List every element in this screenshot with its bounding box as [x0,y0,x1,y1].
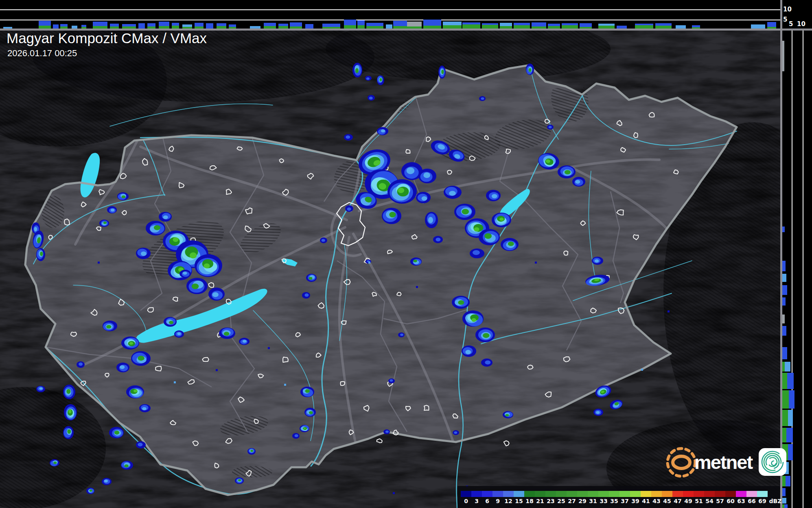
spiral-app-icon [759,448,786,476]
right-profile-bar-green [782,428,786,442]
colorbar-cell [630,491,641,497]
colorbar-cell [746,491,757,497]
top-profile-bar [751,24,765,29]
top-profile-bar [93,22,107,29]
colorbar-cell [725,491,736,497]
top-profile-bar [366,23,383,29]
top-profile-bar-green [598,26,615,29]
right-profile-bar [782,488,786,496]
right-profile-bar [782,41,784,71]
top-profile-bar [39,21,51,29]
right-profile-bar [782,326,786,336]
top-profile-bar [580,23,592,29]
top-profile-bar [206,23,213,29]
colorbar-cell [492,491,503,497]
top-profile-bar [514,23,530,29]
right-profile-bar [782,410,793,426]
right-profile-bar [782,261,786,271]
top-profile-bar [423,20,441,29]
top-profile-strip [0,0,780,29]
top-profile-bar [182,24,192,29]
right-profile-bar-green [782,390,789,409]
colorbar-tick-label: 27 [567,498,577,504]
colorbar-tick-label: 45 [662,498,672,504]
colorbar-cell [482,491,492,497]
top-profile-bar [53,24,59,29]
colorbar-tick-label: 69 [757,498,768,504]
colorbar-tick-label: 23 [545,498,556,504]
top-profile-bar [122,24,136,29]
colorbar-tick-label: 25 [556,498,567,504]
right-profile-bar [782,274,786,282]
top-profile-bar-green [357,25,365,29]
top-profile-bar-green [635,25,653,29]
right-profile-bar [782,373,794,389]
top-profile-bar [147,23,155,29]
right-profile-bar [782,390,794,409]
right-axis-label-10: 10 [797,20,805,28]
colorbar-tick-label: 63 [736,498,746,504]
timestamp: 2026.01.17 00:25 [7,48,77,59]
colorbar-cell [598,491,609,497]
top-profile-bar [110,24,119,29]
top-profile-bar [290,22,302,29]
top-profile-bar-green [39,26,51,29]
colorbar-tick-label: 33 [598,498,609,504]
colorbar-cell [524,491,535,497]
right-profile-bar-green [782,410,788,426]
right-profile-bar-green [782,362,785,372]
right-profile-strip [782,0,812,508]
top-profile-bar [159,22,169,29]
colorbar-cell [662,491,672,497]
top-profile-bar [548,24,560,29]
top-profile-bar [482,23,498,29]
hungary-radar-map [0,29,781,508]
colorbar-cell [757,491,768,497]
right-profile-bar [782,285,787,295]
top-profile-bar [217,23,226,29]
top-profile-bar [562,23,578,29]
right-profile-bars [782,0,812,508]
top-axis-label-5: 5 [783,16,787,23]
colorbar-tick-label: 60 [725,498,736,504]
right-axis-label-5: 5 [789,20,793,28]
colorbar-tick-label: 49 [683,498,694,504]
colorbar-cell [471,491,482,497]
top-profile-bar [195,23,204,29]
colorbar-labels: 0369121518212325272931333537394143454749… [461,498,783,504]
colorbar-tick-label: 12 [503,498,514,504]
top-profile-bar [172,23,179,29]
colorbar-cell [672,491,683,497]
colorbar-tick-label: 43 [651,498,662,504]
top-profile-bar [264,23,276,29]
colorbar-cell [609,491,619,497]
colorbar-cell [503,491,514,497]
colorbar-tick-label: 37 [619,498,630,504]
top-profile-bar [357,20,365,29]
colorbar-cells [461,491,768,497]
colorbar-tick-label: 6 [482,498,492,504]
colorbar-cell [715,491,725,497]
page-title: Magyar Kompozit CMax / VMax [7,30,207,46]
top-profile-bar [676,25,686,29]
dbz-unit-label: dBZ [768,498,783,504]
colorbar-cell [588,491,598,497]
right-profile-bar [782,362,790,372]
top-profile-bar [617,26,627,29]
top-profile-bar [407,22,422,29]
colorbar-tick-label: 15 [514,498,524,504]
colorbar-tick-label: 57 [715,498,725,504]
colorbar-cell [577,491,588,497]
colorbar-tick-label: 66 [746,498,757,504]
top-axis-label-10: 10 [783,6,792,13]
colorbar-cell [556,491,567,497]
metnet-logo: metnet [663,446,786,478]
top-profile-bar-green [482,25,498,29]
top-profile-bar-green [562,25,578,29]
colorbar-cell [736,491,746,497]
map-right-separator [780,0,782,508]
colorbar-tick-label: 41 [641,498,651,504]
colorbar-tick-label: 29 [577,498,588,504]
colorbar-tick-label: 31 [588,498,598,504]
colorbar-tick-label: 9 [492,498,503,504]
